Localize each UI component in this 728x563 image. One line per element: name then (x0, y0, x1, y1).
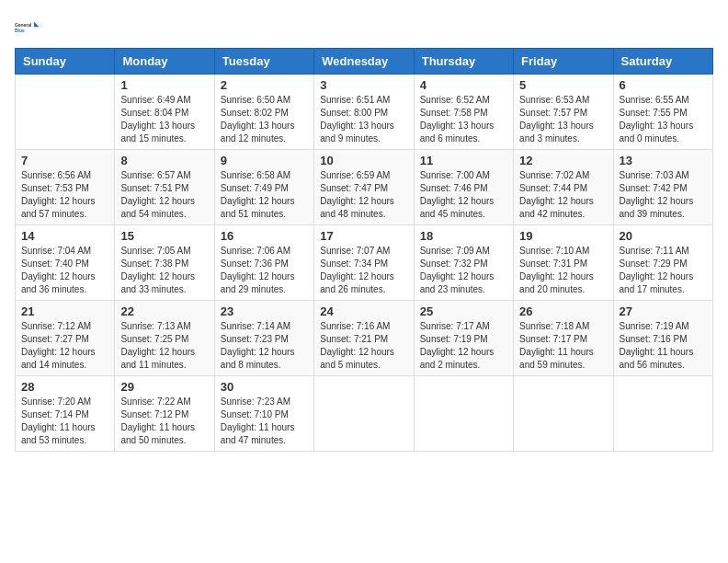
calendar-day-cell: 9Sunrise: 6:58 AM Sunset: 7:49 PM Daylig… (214, 150, 313, 225)
day-info: Sunrise: 6:57 AM Sunset: 7:51 PM Dayligh… (120, 169, 208, 221)
calendar-day-cell: 18Sunrise: 7:09 AM Sunset: 7:32 PM Dayli… (414, 225, 513, 301)
weekday-header-wednesday: Wednesday (314, 49, 414, 75)
day-info: Sunrise: 6:51 AM Sunset: 8:00 PM Dayligh… (320, 94, 407, 145)
day-number: 3 (320, 78, 407, 92)
day-info: Sunrise: 7:12 AM Sunset: 7:27 PM Dayligh… (21, 320, 108, 372)
calendar-day-cell: 14Sunrise: 7:04 AM Sunset: 7:40 PM Dayli… (16, 225, 115, 301)
day-number: 29 (120, 380, 208, 394)
day-number: 5 (519, 78, 607, 92)
day-info: Sunrise: 7:00 AM Sunset: 7:46 PM Dayligh… (420, 169, 507, 221)
calendar-day-cell: 5Sunrise: 6:53 AM Sunset: 7:57 PM Daylig… (514, 75, 613, 150)
day-number: 14 (21, 229, 108, 243)
day-number: 4 (420, 78, 507, 92)
day-info: Sunrise: 7:11 AM Sunset: 7:29 PM Dayligh… (620, 245, 707, 296)
weekday-header-monday: Monday (115, 49, 214, 75)
day-number: 28 (21, 380, 108, 394)
day-info: Sunrise: 7:07 AM Sunset: 7:34 PM Dayligh… (320, 245, 407, 296)
day-number: 22 (120, 304, 208, 318)
day-number: 11 (420, 154, 507, 167)
day-info: Sunrise: 6:59 AM Sunset: 7:47 PM Dayligh… (320, 169, 407, 221)
day-info: Sunrise: 6:50 AM Sunset: 8:02 PM Dayligh… (221, 94, 308, 145)
calendar-day-cell: 4Sunrise: 6:52 AM Sunset: 7:58 PM Daylig… (414, 75, 513, 150)
weekday-header-sunday: Sunday (16, 49, 115, 75)
logo-icon: GeneralBlue (15, 15, 40, 40)
day-info: Sunrise: 7:13 AM Sunset: 7:25 PM Dayligh… (120, 320, 208, 372)
calendar-day-cell: 13Sunrise: 7:03 AM Sunset: 7:42 PM Dayli… (613, 150, 712, 225)
day-number: 23 (221, 304, 308, 318)
calendar-day-cell: 22Sunrise: 7:13 AM Sunset: 7:25 PM Dayli… (115, 301, 214, 376)
calendar-day-cell: 25Sunrise: 7:17 AM Sunset: 7:19 PM Dayli… (414, 301, 513, 376)
calendar-week-row: 28Sunrise: 7:20 AM Sunset: 7:14 PM Dayli… (16, 376, 713, 452)
day-number: 12 (519, 154, 607, 167)
calendar-table: SundayMondayTuesdayWednesdayThursdayFrid… (15, 48, 713, 452)
day-info: Sunrise: 7:20 AM Sunset: 7:14 PM Dayligh… (21, 396, 108, 447)
weekday-header-thursday: Thursday (414, 49, 513, 75)
calendar-empty-cell (613, 376, 712, 452)
day-number: 1 (120, 78, 208, 92)
calendar-day-cell: 10Sunrise: 6:59 AM Sunset: 7:47 PM Dayli… (314, 150, 414, 225)
day-info: Sunrise: 7:14 AM Sunset: 7:23 PM Dayligh… (221, 320, 308, 372)
day-info: Sunrise: 6:56 AM Sunset: 7:53 PM Dayligh… (21, 169, 108, 221)
day-number: 9 (221, 154, 308, 167)
day-info: Sunrise: 7:02 AM Sunset: 7:44 PM Dayligh… (519, 169, 607, 221)
day-info: Sunrise: 7:09 AM Sunset: 7:32 PM Dayligh… (420, 245, 507, 296)
day-info: Sunrise: 7:23 AM Sunset: 7:10 PM Dayligh… (221, 396, 308, 447)
calendar-day-cell: 17Sunrise: 7:07 AM Sunset: 7:34 PM Dayli… (314, 225, 414, 301)
calendar-day-cell: 12Sunrise: 7:02 AM Sunset: 7:44 PM Dayli… (514, 150, 613, 225)
calendar-day-cell: 19Sunrise: 7:10 AM Sunset: 7:31 PM Dayli… (514, 225, 613, 301)
day-number: 13 (620, 154, 707, 167)
day-info: Sunrise: 6:53 AM Sunset: 7:57 PM Dayligh… (519, 94, 607, 145)
day-info: Sunrise: 6:49 AM Sunset: 8:04 PM Dayligh… (120, 94, 208, 145)
svg-text:General: General (15, 23, 32, 28)
calendar-empty-cell (414, 376, 513, 452)
day-info: Sunrise: 6:52 AM Sunset: 7:58 PM Dayligh… (420, 94, 507, 145)
weekday-header-tuesday: Tuesday (214, 49, 313, 75)
day-info: Sunrise: 7:03 AM Sunset: 7:42 PM Dayligh… (620, 169, 707, 221)
day-number: 2 (221, 78, 308, 92)
calendar-week-row: 1Sunrise: 6:49 AM Sunset: 8:04 PM Daylig… (16, 75, 713, 150)
calendar-day-cell: 16Sunrise: 7:06 AM Sunset: 7:36 PM Dayli… (214, 225, 313, 301)
calendar-day-cell: 6Sunrise: 6:55 AM Sunset: 7:55 PM Daylig… (613, 75, 712, 150)
day-info: Sunrise: 7:18 AM Sunset: 7:17 PM Dayligh… (519, 320, 607, 372)
calendar-day-cell: 28Sunrise: 7:20 AM Sunset: 7:14 PM Dayli… (16, 376, 115, 452)
day-number: 24 (320, 304, 407, 318)
day-number: 27 (620, 304, 707, 318)
calendar-day-cell: 27Sunrise: 7:19 AM Sunset: 7:16 PM Dayli… (613, 301, 712, 376)
day-info: Sunrise: 7:04 AM Sunset: 7:40 PM Dayligh… (21, 245, 108, 296)
day-number: 17 (320, 229, 407, 243)
day-info: Sunrise: 7:19 AM Sunset: 7:16 PM Dayligh… (620, 320, 707, 372)
weekday-header-friday: Friday (514, 49, 613, 75)
svg-marker-2 (34, 22, 40, 28)
day-number: 15 (120, 229, 208, 243)
svg-text:Blue: Blue (15, 29, 25, 33)
calendar-day-cell: 11Sunrise: 7:00 AM Sunset: 7:46 PM Dayli… (414, 150, 513, 225)
calendar-day-cell: 21Sunrise: 7:12 AM Sunset: 7:27 PM Dayli… (16, 301, 115, 376)
calendar-day-cell: 24Sunrise: 7:16 AM Sunset: 7:21 PM Dayli… (314, 301, 414, 376)
day-info: Sunrise: 7:05 AM Sunset: 7:38 PM Dayligh… (120, 245, 208, 296)
day-number: 10 (320, 154, 407, 167)
calendar-day-cell: 1Sunrise: 6:49 AM Sunset: 8:04 PM Daylig… (115, 75, 214, 150)
calendar-empty-cell (16, 75, 115, 150)
calendar-empty-cell (514, 376, 613, 452)
page-header: GeneralBlue (15, 15, 713, 40)
weekday-header-saturday: Saturday (613, 49, 712, 75)
day-number: 21 (21, 304, 108, 318)
calendar-week-row: 14Sunrise: 7:04 AM Sunset: 7:40 PM Dayli… (16, 225, 713, 301)
calendar-day-cell: 29Sunrise: 7:22 AM Sunset: 7:12 PM Dayli… (115, 376, 214, 452)
calendar-day-cell: 30Sunrise: 7:23 AM Sunset: 7:10 PM Dayli… (214, 376, 313, 452)
day-number: 20 (620, 229, 707, 243)
day-info: Sunrise: 7:06 AM Sunset: 7:36 PM Dayligh… (221, 245, 308, 296)
calendar-empty-cell (314, 376, 414, 452)
calendar-week-row: 7Sunrise: 6:56 AM Sunset: 7:53 PM Daylig… (16, 150, 713, 225)
calendar-day-cell: 20Sunrise: 7:11 AM Sunset: 7:29 PM Dayli… (613, 225, 712, 301)
calendar-day-cell: 8Sunrise: 6:57 AM Sunset: 7:51 PM Daylig… (115, 150, 214, 225)
day-info: Sunrise: 6:58 AM Sunset: 7:49 PM Dayligh… (221, 169, 308, 221)
day-number: 19 (519, 229, 607, 243)
calendar-day-cell: 26Sunrise: 7:18 AM Sunset: 7:17 PM Dayli… (514, 301, 613, 376)
day-number: 30 (221, 380, 308, 394)
day-number: 7 (21, 154, 108, 167)
weekday-header-row: SundayMondayTuesdayWednesdayThursdayFrid… (16, 49, 713, 75)
day-number: 16 (221, 229, 308, 243)
calendar-day-cell: 3Sunrise: 6:51 AM Sunset: 8:00 PM Daylig… (314, 75, 414, 150)
day-number: 6 (620, 78, 707, 92)
